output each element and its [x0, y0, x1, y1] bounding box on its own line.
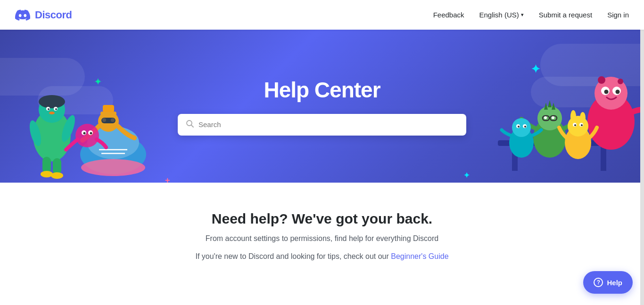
search-icon — [186, 120, 194, 129]
discord-logo[interactable]: Discord — [15, 9, 72, 21]
help-icon: ? — [594, 278, 603, 281]
scrollbar[interactable] — [640, 0, 644, 281]
sparkle-icon-1: ✦ — [94, 77, 101, 87]
navbar-links: Feedback English (US) ▾ Submit a request… — [433, 11, 629, 19]
submit-request-link[interactable]: Submit a request — [539, 11, 592, 19]
below-hero-subtitle-2: If you're new to Discord and looking for… — [195, 250, 448, 263]
hero-title: Help Center — [264, 77, 380, 103]
language-selector[interactable]: English (US) ▾ — [479, 11, 524, 19]
search-input[interactable] — [198, 120, 458, 128]
navbar: Discord Feedback English (US) ▾ Submit a… — [0, 0, 644, 30]
discord-logo-icon — [15, 9, 30, 21]
hero-section: ✦ ✦ ✦ + — [0, 30, 644, 183]
help-button[interactable]: ? Help — [583, 271, 633, 281]
language-label: English (US) — [479, 11, 519, 19]
beginners-guide-link[interactable]: Beginner's Guide — [391, 252, 448, 260]
below-hero-subtitle-1: From account settings to permissions, fi… — [206, 233, 438, 245]
search-bar — [178, 114, 466, 136]
discord-logo-text: Discord — [35, 9, 72, 21]
svg-line-69 — [191, 125, 194, 127]
sparkle-icon-3: ✦ — [463, 171, 470, 180]
hero-content: Help Center — [178, 77, 466, 136]
below-hero-section: Need help? We've got your back. From acc… — [0, 183, 644, 281]
subtitle-prefix: If you're new to Discord and looking for… — [195, 252, 391, 260]
help-button-label: Help — [607, 279, 622, 281]
sparkle-icon-2: ✦ — [531, 63, 540, 76]
below-hero-title: Need help? We've got your back. — [212, 211, 432, 227]
cloud-shape-2 — [38, 86, 113, 114]
sparkle-icon-pink: + — [165, 176, 170, 183]
chevron-down-icon: ▾ — [521, 12, 524, 18]
cloud-shape-4 — [531, 77, 616, 107]
feedback-link[interactable]: Feedback — [433, 11, 464, 19]
sign-in-link[interactable]: Sign in — [607, 11, 629, 19]
